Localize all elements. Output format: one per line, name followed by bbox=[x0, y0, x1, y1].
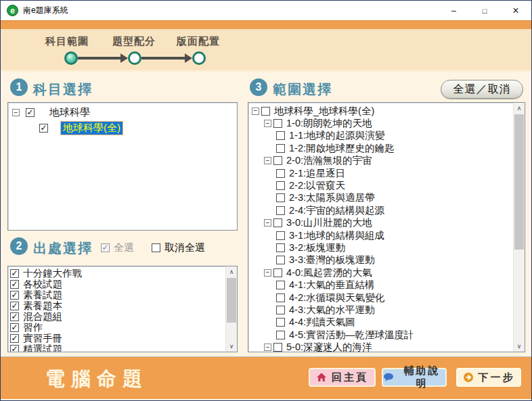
tree-item-label[interactable]: 1-1:地球的起源與演變 bbox=[287, 129, 386, 142]
minimize-button[interactable]: − bbox=[438, 1, 469, 20]
tree-item-label[interactable]: 3-1:地球的結構與組成 bbox=[287, 229, 386, 242]
deselect-all-checkbox[interactable]: 取消全選 bbox=[152, 241, 205, 254]
scope-tree-row[interactable]: − 1-1:地球的起源與演變 bbox=[248, 130, 513, 142]
tree-checkbox[interactable] bbox=[276, 293, 285, 302]
select-all-toggle-button[interactable]: 全選／取消 bbox=[441, 80, 523, 99]
tree-item-label[interactable]: 地球科學 bbox=[47, 106, 92, 119]
scope-tree-row[interactable]: − 5-0:深邃迷人的海洋 bbox=[248, 341, 513, 352]
collapse-minus-icon[interactable]: − bbox=[264, 344, 271, 351]
scope-tree-row[interactable]: − 3-0:山川壯麗的大地 bbox=[248, 217, 513, 229]
scope-tree-row[interactable]: − 2-4:宇宙的結構與起源 bbox=[248, 204, 513, 216]
scope-tree-row[interactable]: − 1-0:朗朗乾坤的天地 bbox=[248, 117, 513, 129]
scroll-up-icon[interactable]: ∧ bbox=[226, 266, 237, 277]
collapse-minus-icon[interactable]: − bbox=[252, 108, 259, 115]
scope-tree-row[interactable]: − 1-2:開啟地球歷史的鑰匙 bbox=[248, 142, 513, 154]
scope-tree-row[interactable]: − 地球科學_地球科學(全) bbox=[248, 105, 513, 117]
tree-item-label[interactable]: 2-1:追星逐日 bbox=[287, 167, 347, 180]
tree-checkbox[interactable] bbox=[273, 218, 282, 227]
scope-tree-row[interactable]: − 4-2:水循環與天氣變化 bbox=[248, 291, 513, 304]
tree-item-label[interactable]: 1-2:開啟地球歷史的鑰匙 bbox=[287, 142, 397, 155]
scope-tree-row[interactable]: − 4-1:大氣的垂直結構 bbox=[248, 279, 513, 291]
tree-checkbox[interactable] bbox=[276, 206, 285, 215]
tree-checkbox[interactable] bbox=[273, 156, 282, 165]
tree-checkbox[interactable] bbox=[273, 268, 282, 277]
tree-checkbox[interactable] bbox=[276, 181, 285, 190]
tree-checkbox[interactable] bbox=[276, 131, 285, 140]
tree-item-label[interactable]: 2-4:宇宙的結構與起源 bbox=[287, 204, 386, 217]
tree-item-label[interactable]: 4-3:大氣的水平運動 bbox=[287, 304, 377, 316]
source-list-item[interactable]: 精選試題 bbox=[8, 344, 225, 352]
tree-item-label[interactable]: 2-0:浩瀚無垠的宇宙 bbox=[284, 154, 374, 167]
close-button[interactable]: × bbox=[500, 1, 531, 20]
tree-checkbox[interactable] bbox=[276, 144, 285, 153]
scope-tree-row[interactable]: − 2-0:浩瀚無垠的宇宙 bbox=[248, 155, 513, 167]
collapse-minus-icon[interactable]: − bbox=[264, 120, 271, 127]
scope-tree-row[interactable]: − 2-2:以管窺天 bbox=[248, 179, 513, 191]
tree-checkbox[interactable] bbox=[273, 119, 282, 128]
scroll-down-icon[interactable]: ∨ bbox=[226, 341, 237, 352]
tree-item-label[interactable]: 4-5:實習活動—乾溼球溫度計 bbox=[287, 329, 416, 341]
checkbox-empty-icon[interactable] bbox=[152, 243, 160, 252]
item-checkbox[interactable] bbox=[10, 345, 19, 352]
scope-tree-row[interactable]: − 2-3:太陽系與適居帶 bbox=[248, 192, 513, 204]
tree-checkbox[interactable] bbox=[276, 331, 285, 339]
item-checkbox[interactable] bbox=[10, 280, 19, 289]
scope-tree-row[interactable]: − 4-4:判讀天氣圖 bbox=[248, 316, 513, 329]
tree-item-label[interactable]: 地球科學(全) bbox=[61, 122, 123, 135]
scroll-down-icon[interactable]: ∨ bbox=[514, 341, 525, 352]
scope-tree-row[interactable]: − 2-1:追星逐日 bbox=[248, 167, 513, 179]
tree-item-label[interactable]: 1-0:朗朗乾坤的天地 bbox=[284, 117, 374, 130]
scrollbar-thumb[interactable] bbox=[514, 114, 524, 250]
scrollbar-thumb[interactable] bbox=[227, 278, 236, 323]
item-checkbox[interactable] bbox=[10, 334, 19, 343]
tree-item-label[interactable]: 2-2:以管窺天 bbox=[287, 179, 347, 192]
item-checkbox[interactable] bbox=[10, 302, 19, 310]
subject-tree-row[interactable]: − 地球科學(全) bbox=[8, 120, 237, 136]
source-list-scrollbar[interactable]: ∧ ∨ bbox=[225, 266, 237, 352]
tree-checkbox[interactable] bbox=[39, 124, 48, 133]
select-all-checkbox[interactable]: 全選 bbox=[101, 241, 134, 254]
tree-checkbox[interactable] bbox=[276, 169, 285, 178]
item-label[interactable]: 精選試題 bbox=[21, 343, 64, 352]
tree-checkbox[interactable] bbox=[276, 243, 285, 252]
tree-checkbox[interactable] bbox=[276, 306, 285, 314]
scope-tree-row[interactable]: − 3-1:地球的結構與組成 bbox=[248, 229, 513, 241]
tree-item-label[interactable]: 3-2:板塊運動 bbox=[287, 241, 347, 254]
help-button[interactable]: 輔助說明 bbox=[382, 368, 447, 387]
tree-item-label[interactable]: 3-0:山川壯麗的大地 bbox=[284, 216, 374, 229]
tree-item-label[interactable]: 4-2:水循環與天氣變化 bbox=[287, 291, 386, 304]
tree-item-label[interactable]: 3-3:臺灣的板塊運動 bbox=[287, 254, 377, 266]
checkbox-checked-icon[interactable] bbox=[101, 243, 110, 252]
tree-item-label[interactable]: 4-1:大氣的垂直結構 bbox=[287, 279, 377, 291]
tree-item-label[interactable]: 4-0:風起雲湧的大氣 bbox=[284, 266, 374, 279]
scroll-up-icon[interactable]: ∧ bbox=[514, 103, 525, 114]
subject-tree-row[interactable]: − 地球科學 bbox=[8, 105, 237, 120]
item-checkbox[interactable] bbox=[10, 323, 19, 332]
tree-checkbox[interactable] bbox=[276, 281, 285, 289]
tree-item-label[interactable]: 地球科學_地球科學(全) bbox=[272, 105, 376, 118]
scope-tree-row[interactable]: − 4-3:大氣的水平運動 bbox=[248, 304, 513, 316]
collapse-minus-icon[interactable]: − bbox=[264, 269, 271, 277]
tree-checkbox[interactable] bbox=[276, 318, 285, 327]
tree-checkbox[interactable] bbox=[276, 231, 285, 240]
next-step-button[interactable]: 下一步 bbox=[456, 368, 521, 387]
item-checkbox[interactable] bbox=[10, 291, 19, 300]
tree-item-label[interactable]: 4-4:判讀天氣圖 bbox=[287, 316, 357, 329]
tree-checkbox[interactable] bbox=[261, 107, 270, 116]
collapse-minus-icon[interactable]: − bbox=[264, 157, 271, 164]
tree-item-label[interactable]: 2-3:太陽系與適居帶 bbox=[287, 191, 377, 204]
tree-checkbox[interactable] bbox=[273, 343, 282, 352]
back-to-home-button[interactable]: 回主頁 bbox=[309, 368, 376, 387]
tree-checkbox[interactable] bbox=[26, 108, 35, 117]
item-checkbox[interactable] bbox=[10, 312, 19, 321]
item-checkbox[interactable] bbox=[10, 269, 19, 278]
tree-checkbox[interactable] bbox=[276, 256, 285, 264]
scope-tree-row[interactable]: − 4-0:風起雲湧的大氣 bbox=[248, 266, 513, 279]
collapse-minus-icon[interactable]: − bbox=[12, 109, 20, 116]
maximize-button[interactable]: □ bbox=[469, 1, 500, 20]
tree-checkbox[interactable] bbox=[276, 193, 285, 202]
scope-tree-scrollbar[interactable]: ∧ ∨ bbox=[513, 103, 525, 352]
tree-item-label[interactable]: 5-0:深邃迷人的海洋 bbox=[284, 341, 374, 352]
collapse-minus-icon[interactable]: − bbox=[264, 219, 271, 227]
scope-tree-row[interactable]: − 3-3:臺灣的板塊運動 bbox=[248, 254, 513, 266]
